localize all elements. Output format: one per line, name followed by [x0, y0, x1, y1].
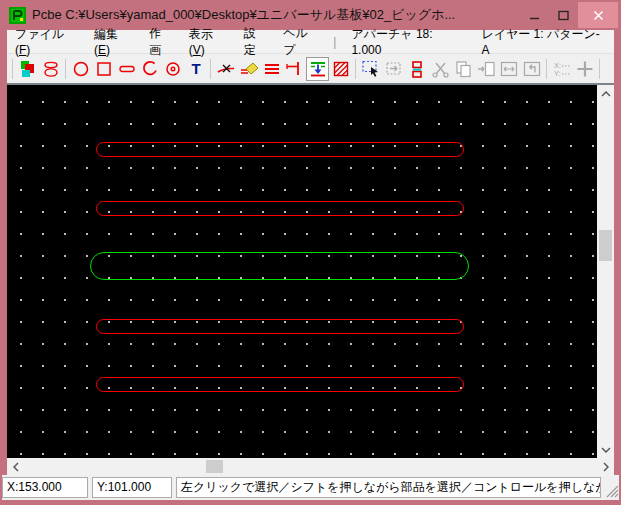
circle-icon	[71, 59, 91, 79]
cursor-x-readout: X:153.000	[2, 477, 88, 498]
crosshair-icon	[575, 59, 595, 79]
terminal-icon	[285, 59, 305, 79]
paste-button[interactable]	[474, 57, 497, 81]
layer-swap-button[interactable]	[405, 57, 428, 81]
toolbar-separator	[12, 59, 13, 79]
scroll-right-button[interactable]	[597, 458, 614, 475]
text-tool-button[interactable]: T	[184, 57, 207, 81]
pad-track-3-selected[interactable]	[90, 252, 469, 280]
block-move-icon	[384, 59, 404, 79]
eraser-tool-button[interactable]	[237, 57, 260, 81]
status-message: 左クリックで選択／シフトを押しながら部品を選択／コントロールを押しながらピンを選…	[176, 477, 601, 498]
rectangle-icon	[94, 59, 114, 79]
pcb-canvas[interactable]	[7, 85, 597, 458]
horizontal-scrollbar[interactable]	[7, 458, 614, 475]
terminal-tool-button[interactable]	[283, 57, 306, 81]
close-icon	[593, 10, 604, 21]
layer-swap-icon	[407, 59, 427, 79]
chevron-up-icon	[601, 90, 611, 98]
resize-grip-icon	[606, 485, 619, 498]
pad-track-4[interactable]	[96, 319, 464, 334]
menu-bar: ファイル(F) 編集(E) 作画 表示(V) 設定 ヘルプ | アパーチャ 18…	[7, 30, 614, 54]
copy-icon	[453, 59, 473, 79]
select-tool-button[interactable]	[359, 57, 382, 81]
paste-icon	[476, 59, 496, 79]
layer-readout: レイヤー 1: パターン-A	[472, 23, 614, 60]
scroll-up-button[interactable]	[597, 85, 614, 102]
cut-button[interactable]	[428, 57, 451, 81]
pad-icon	[163, 59, 183, 79]
scissors-icon	[430, 59, 450, 79]
vertical-scroll-thumb[interactable]	[599, 230, 612, 261]
chevron-down-icon	[601, 446, 611, 454]
cursor-y-readout: Y:101.000	[92, 477, 172, 498]
arc-icon	[140, 59, 160, 79]
cut-line-icon	[216, 59, 236, 79]
undo-button[interactable]	[520, 57, 543, 81]
menu-file[interactable]: ファイル(F)	[7, 23, 86, 60]
horizontal-scroll-track[interactable]	[24, 458, 597, 475]
toolbar: T	[7, 54, 614, 83]
component-tool-icon	[308, 59, 328, 79]
menu-draw[interactable]: 作画	[141, 22, 180, 62]
toolbar-separator	[546, 59, 547, 79]
menu-edit[interactable]: 編集(E)	[86, 23, 141, 60]
rectangle-tool-button[interactable]	[92, 57, 115, 81]
horizontal-scroll-thumb[interactable]	[206, 460, 223, 473]
minimize-icon	[529, 10, 540, 21]
layers-palette-icon	[18, 59, 38, 79]
maximize-icon	[558, 10, 569, 21]
fill-hatch-icon	[331, 59, 351, 79]
fit-width-icon	[499, 59, 519, 79]
chevron-right-icon	[602, 462, 610, 472]
pad-track-5[interactable]	[96, 377, 464, 392]
oval-pad-tool-button[interactable]	[39, 57, 62, 81]
arc-tool-button[interactable]	[138, 57, 161, 81]
undo-icon	[522, 59, 542, 79]
scroll-left-button[interactable]	[7, 458, 24, 475]
toolbar-separator	[210, 59, 211, 79]
aperture-readout: アパーチャ 18: 1.000	[342, 23, 472, 60]
multi-line-tool-button[interactable]	[260, 57, 283, 81]
menu-settings[interactable]: 設定	[236, 22, 275, 62]
pad-track-1[interactable]	[96, 142, 464, 157]
coordinates-button[interactable]: X: Y:	[550, 57, 573, 81]
toolbar-separator	[599, 59, 600, 79]
status-bar: X:153.000 Y:101.000 左クリックで選択／シフトを押しながら部品…	[2, 475, 619, 500]
resize-grip[interactable]	[605, 477, 619, 498]
crosshair-button[interactable]	[573, 57, 596, 81]
toolbar-separator	[65, 59, 66, 79]
vertical-scrollbar[interactable]	[597, 85, 614, 458]
layers-palette-button[interactable]	[16, 57, 39, 81]
copy-button[interactable]	[451, 57, 474, 81]
toolbar-separator	[355, 59, 356, 79]
app-icon[interactable]	[9, 7, 26, 24]
svg-text:Y:: Y:	[554, 69, 561, 78]
vertical-scroll-track[interactable]	[597, 102, 614, 441]
circle-tool-button[interactable]	[69, 57, 92, 81]
fit-width-button[interactable]	[497, 57, 520, 81]
menu-separator: |	[327, 35, 342, 49]
oval-pad-icon	[41, 59, 61, 79]
scroll-down-button[interactable]	[597, 441, 614, 458]
line-tool-button[interactable]	[115, 57, 138, 81]
chevron-left-icon	[12, 462, 20, 472]
fill-hatch-tool-button[interactable]	[329, 57, 352, 81]
pcbe-window: Pcbe C:¥Users¥yamad_000¥Desktop¥ユニバーサル基板…	[0, 0, 621, 505]
pad-tool-button[interactable]	[161, 57, 184, 81]
svg-text:T: T	[191, 60, 200, 77]
eraser-icon	[239, 59, 259, 79]
select-icon	[361, 59, 381, 79]
line-icon	[117, 59, 137, 79]
menu-help[interactable]: ヘルプ	[275, 22, 327, 62]
cut-line-tool-button[interactable]	[214, 57, 237, 81]
block-move-button[interactable]	[382, 57, 405, 81]
menu-view[interactable]: 表示(V)	[181, 23, 236, 60]
text-icon: T	[186, 59, 206, 79]
multi-line-icon	[262, 59, 282, 79]
coordinates-icon: X: Y:	[552, 59, 572, 79]
component-tool-button[interactable]	[306, 57, 329, 81]
pad-track-2[interactable]	[96, 201, 464, 216]
